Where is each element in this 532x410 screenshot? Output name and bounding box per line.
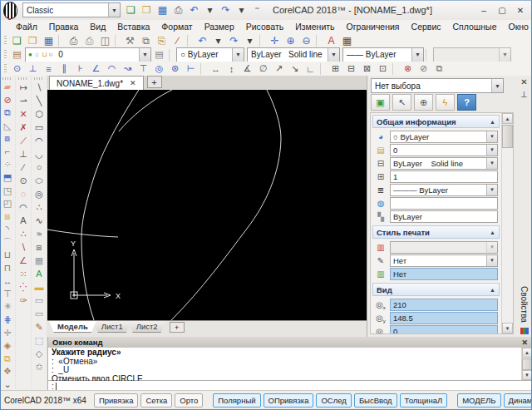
dim-constraint-linear-icon[interactable]: ↔ — [208, 62, 224, 76]
tbar-icon[interactable]: ⊤ — [0, 288, 15, 301]
field-2-tool-icon[interactable]: ▭ — [32, 307, 47, 320]
move-point-icon[interactable]: ↦ — [16, 81, 31, 94]
text-tool-icon[interactable]: A — [32, 267, 47, 280]
prop-lineweight-row[interactable]: ≣ ——— ByLayer▼ — [372, 183, 500, 196]
undo-icon[interactable]: ↶ — [195, 33, 210, 47]
toggle-polar[interactable]: Полярный — [213, 393, 260, 408]
spiral-tool-icon[interactable]: ◎ — [32, 187, 47, 200]
section-header[interactable]: Стиль печати ▲ — [372, 225, 500, 239]
crosshair-icon[interactable]: ✛ — [0, 326, 15, 339]
sweep-icon[interactable]: ⌐ — [0, 146, 15, 159]
menu-constraints[interactable]: Ограничения — [341, 21, 406, 32]
dim-constraint-aligned-icon[interactable]: ↗ — [271, 62, 287, 76]
constraint-symmetric-icon[interactable]: ⊛ — [167, 62, 183, 76]
layer-settings-icon[interactable]: ▤ — [151, 47, 167, 62]
copy-icon[interactable]: ⧉ — [138, 33, 154, 47]
pattern-icon[interactable]: ⁘ — [0, 158, 15, 171]
snap-hand-icon[interactable]: ✑ — [16, 294, 31, 307]
center-mark-icon[interactable]: ⊙ — [16, 174, 31, 187]
angle-icon[interactable]: ∠ — [16, 254, 31, 267]
paste-icon[interactable]: ⎘ — [154, 33, 170, 47]
toggle-etrack[interactable]: ОСлед — [316, 393, 351, 408]
arc-2-tool-icon[interactable]: ◡ — [32, 147, 47, 161]
collapse-icon[interactable]: ▲ — [490, 119, 495, 125]
undo-caret-icon[interactable]: ▾ — [202, 3, 218, 17]
ring-icon[interactable]: ◌ — [16, 187, 31, 200]
menu-tools[interactable]: Сервис — [406, 21, 447, 32]
show-all-constraints-icon[interactable]: ⊠ — [359, 62, 375, 76]
palette-more-icon[interactable]: ⌄ — [0, 378, 15, 392]
open-icon[interactable]: ❒ — [25, 33, 41, 47]
toggle-esnap[interactable]: ОПривязка — [264, 393, 314, 408]
toggle-dynamic-ucs[interactable]: Динамическая ПСК — [504, 393, 532, 408]
zoom-in-icon[interactable]: ⊕ — [283, 33, 298, 47]
make-block-icon[interactable]: ⧉ — [0, 106, 15, 120]
block-editor-icon[interactable]: ⧉ — [431, 62, 447, 76]
section-icon[interactable]: ◳ — [0, 184, 15, 197]
delete-constraint-icon[interactable]: ⊗ — [400, 62, 416, 76]
lineweight-combo[interactable]: —— ByLayer ▼ — [342, 47, 424, 62]
text-frame-icon[interactable]: A — [16, 214, 31, 227]
quick-select-icon[interactable]: ϟ — [436, 94, 455, 111]
selection-filter-combo[interactable]: Нет выбора ▼ — [371, 78, 504, 93]
hide-entity-icon[interactable]: ⊘ — [0, 93, 15, 106]
text-style-icon[interactable]: A — [323, 33, 339, 47]
slot-icon[interactable]: ⊔ — [0, 249, 15, 262]
property-painter-icon[interactable]: ∕ — [170, 33, 185, 47]
sheet-tab-list1[interactable]: Лист1 — [93, 321, 131, 333]
dim-constraint-vertical-icon[interactable]: ↕ — [224, 62, 239, 76]
print-icon[interactable]: ⎙ — [66, 33, 81, 47]
ellipse-tool-icon[interactable]: ⬭ — [32, 174, 47, 187]
toggle-grid[interactable]: Сетка — [140, 393, 172, 408]
close-icon[interactable]: ✕ — [521, 338, 528, 347]
document-tab[interactable]: NONAME_1.dwg* ✕ — [49, 76, 144, 90]
redo-icon[interactable]: ↷ — [226, 33, 242, 47]
save-icon[interactable]: ▦ — [155, 3, 170, 17]
polygon-tool-icon[interactable]: ⬡ — [32, 107, 47, 121]
close-button[interactable]: ✕ — [512, 3, 529, 17]
prop-transparency-row[interactable]: ▚ ByLayer▼ — [372, 210, 500, 223]
stamp-icon[interactable]: ◈ — [0, 339, 15, 353]
select-new-icon[interactable]: ▣ — [371, 94, 390, 111]
table-icon[interactable]: ▦ — [339, 33, 355, 47]
prop-linestyle-row[interactable]: ⊟ ByLayer Solid line▼ — [372, 156, 500, 170]
select-zoom-icon[interactable]: ⊕ — [414, 94, 433, 111]
weld-icon[interactable]: ⊥ — [16, 147, 31, 161]
box-tool-icon[interactable]: ⧈ — [32, 240, 47, 254]
points-tool-icon[interactable]: ∴ — [32, 200, 47, 214]
dim-constraint-radial-icon[interactable]: ∅ — [255, 62, 271, 76]
sheet-tab-list2[interactable]: Лист2 — [128, 321, 166, 333]
constraint-perpendicular-icon[interactable]: ⊦ — [72, 62, 88, 76]
add-sheet-button[interactable]: + — [170, 322, 185, 333]
save-icon[interactable]: ▦ — [41, 33, 57, 47]
toggle-model[interactable]: МОДЕЛЬ — [457, 393, 500, 408]
group-icon[interactable]: ⧈ — [0, 210, 15, 223]
new-icon[interactable]: ❏ — [9, 33, 25, 47]
toggle-snap[interactable]: Привязка — [94, 393, 139, 408]
stretch-icon[interactable]: ↔ — [0, 274, 15, 288]
prop-hyperlink-row[interactable]: ◍ ▼ — [372, 196, 500, 210]
new-icon[interactable]: ❏ — [123, 3, 139, 17]
constraint-coincident-icon[interactable]: ⊙ — [9, 62, 25, 76]
rectangle-tool-icon[interactable]: ▭ — [32, 121, 47, 134]
constraint-smooth-icon[interactable]: ↝ — [120, 62, 135, 76]
collapse-icon[interactable]: ▲ — [490, 287, 495, 293]
menu-window[interactable]: Окно — [502, 21, 532, 32]
redo-icon[interactable]: ↷ — [218, 3, 234, 17]
arc-edit-icon[interactable]: ◝ — [0, 223, 15, 236]
new-tab-button[interactable]: + — [147, 76, 162, 88]
fence-icon[interactable]: ⋕ — [0, 314, 15, 327]
toolbar-options-icon[interactable]: ⁼ — [249, 3, 265, 17]
drawing-canvas[interactable]: Y X — [47, 90, 367, 320]
dim-constraint-angular-icon[interactable]: ∡ — [239, 62, 255, 76]
select-entities-icon[interactable]: ↖ — [392, 94, 411, 111]
menu-format[interactable]: Формат — [155, 21, 198, 32]
constraint-horizontal-icon[interactable]: ⊢ — [183, 62, 199, 76]
sponge-icon[interactable]: ❖ — [0, 365, 15, 378]
constraint-equal-icon[interactable]: ≡ — [41, 62, 57, 76]
lasso-tool-icon[interactable]: ✩ — [32, 360, 47, 373]
box-3d-icon[interactable]: ⬒ — [0, 171, 15, 185]
toggle-ortho[interactable]: Орто — [175, 393, 203, 408]
constraint-tangent-icon[interactable]: ◠ — [104, 62, 120, 76]
prop-layer-row[interactable]: ▤ 0▼ — [372, 143, 500, 156]
